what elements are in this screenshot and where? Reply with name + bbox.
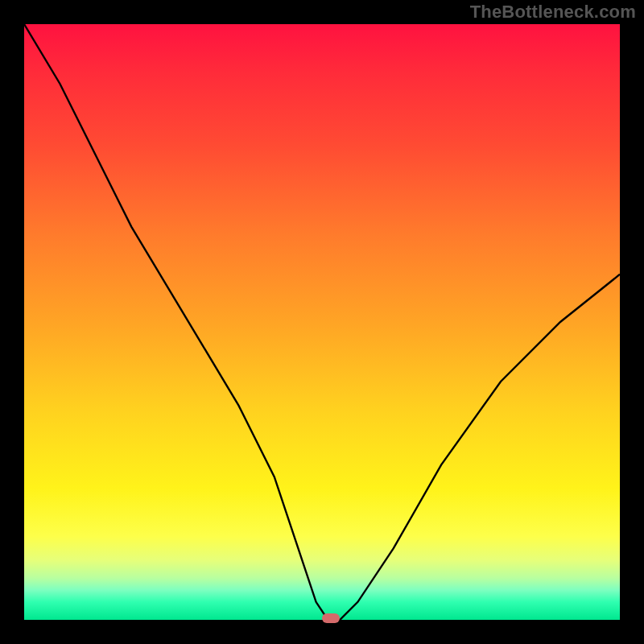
watermark-text: TheBottleneck.com: [470, 2, 636, 23]
bottleneck-curve: [24, 24, 620, 620]
curve-path: [24, 24, 620, 620]
chart-frame: TheBottleneck.com: [0, 0, 644, 644]
optimal-point-marker: [322, 613, 340, 623]
chart-plot-area: [24, 24, 620, 620]
